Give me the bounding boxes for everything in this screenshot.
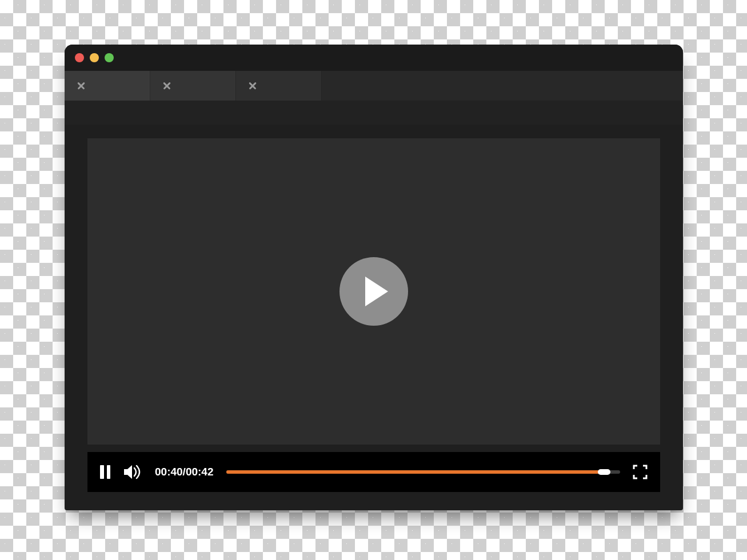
close-icon[interactable] xyxy=(247,81,258,91)
pause-button[interactable] xyxy=(100,465,110,479)
time-current: 00:40 xyxy=(155,466,183,478)
volume-button[interactable] xyxy=(123,464,142,480)
browser-tab[interactable] xyxy=(236,71,322,101)
browser-window: 00:40 / 00:42 xyxy=(65,45,683,510)
time-total: 00:42 xyxy=(186,466,214,478)
browser-toolbar xyxy=(65,101,683,125)
browser-tab[interactable] xyxy=(65,71,150,101)
tab-strip xyxy=(65,71,683,101)
seek-bar-fill xyxy=(226,470,605,474)
play-icon xyxy=(365,277,388,306)
window-titlebar xyxy=(65,45,683,71)
play-button[interactable] xyxy=(339,257,408,326)
fullscreen-button[interactable] xyxy=(633,465,648,479)
seek-bar-thumb[interactable] xyxy=(598,469,610,475)
window-minimize-button[interactable] xyxy=(90,53,99,62)
browser-tab[interactable] xyxy=(150,71,236,101)
window-maximize-button[interactable] xyxy=(105,53,114,62)
close-icon[interactable] xyxy=(162,81,172,91)
video-control-bar: 00:40 / 00:42 xyxy=(87,452,660,492)
window-close-button[interactable] xyxy=(75,53,84,62)
close-icon[interactable] xyxy=(76,81,86,91)
video-viewport[interactable] xyxy=(87,138,660,445)
seek-bar[interactable] xyxy=(226,470,621,474)
playback-time: 00:40 / 00:42 xyxy=(155,466,214,478)
